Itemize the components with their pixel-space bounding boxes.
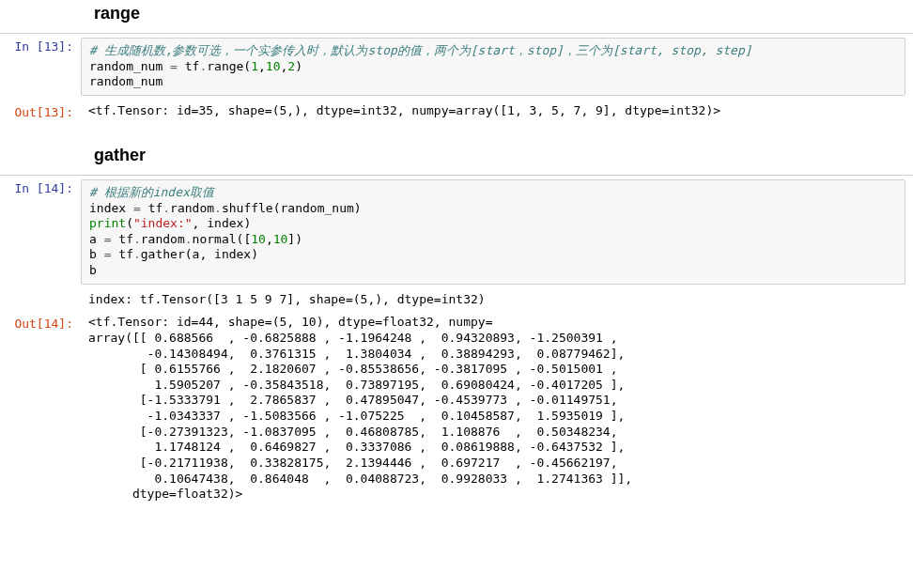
code-line: random_num = tf.range(1,10,2) [89, 59, 302, 73]
input-row-13: In [13]: # 生成随机数,参数可选，一个实参传入时，默认为stop的值，… [0, 34, 913, 100]
code-line: a = tf.random.normal([10,10]) [89, 232, 302, 246]
code-input-13[interactable]: # 生成随机数,参数可选，一个实参传入时，默认为stop的值，两个为[start… [81, 38, 905, 96]
code-line: print("index:", index) [89, 216, 251, 230]
in-prompt-13: In [13]: [0, 34, 81, 57]
cell-14: In [14]: # 根据新的index取值 index = tf.random… [0, 175, 913, 506]
cell-13: In [13]: # 生成随机数,参数可选，一个实参传入时，默认为stop的值，… [0, 33, 913, 123]
heading-gather: gather [0, 142, 913, 175]
output-text-14: <tf.Tensor: id=44, shape=(5, 10), dtype=… [81, 311, 913, 506]
output-row-13: Out[13]: <tf.Tensor: id=35, shape=(5,), … [0, 100, 913, 123]
in-prompt-14: In [14]: [0, 176, 81, 199]
code-line: b = tf.gather(a, index) [89, 247, 258, 261]
empty-prompt [0, 288, 81, 298]
out-prompt-14: Out[14]: [0, 311, 81, 334]
print-row-14: index: tf.Tensor([3 1 5 9 7], shape=(5,)… [0, 288, 913, 312]
output-row-14: Out[14]: <tf.Tensor: id=44, shape=(5, 10… [0, 311, 913, 506]
output-text-13: <tf.Tensor: id=35, shape=(5,), dtype=int… [81, 100, 913, 123]
code-line: random_num [89, 74, 162, 88]
comment: # 根据新的index取值 [89, 185, 214, 199]
code-line: b [89, 263, 97, 277]
code-input-14[interactable]: # 根据新的index取值 index = tf.random.shuffle(… [81, 179, 905, 285]
comment: # 生成随机数,参数可选，一个实参传入时，默认为stop的值，两个为[start… [89, 43, 752, 57]
print-output-14: index: tf.Tensor([3 1 5 9 7], shape=(5,)… [81, 288, 913, 312]
out-prompt-13: Out[13]: [0, 100, 81, 123]
heading-range: range [0, 0, 913, 33]
input-row-14: In [14]: # 根据新的index取值 index = tf.random… [0, 176, 913, 288]
code-line: index = tf.random.shuffle(random_num) [89, 201, 362, 215]
